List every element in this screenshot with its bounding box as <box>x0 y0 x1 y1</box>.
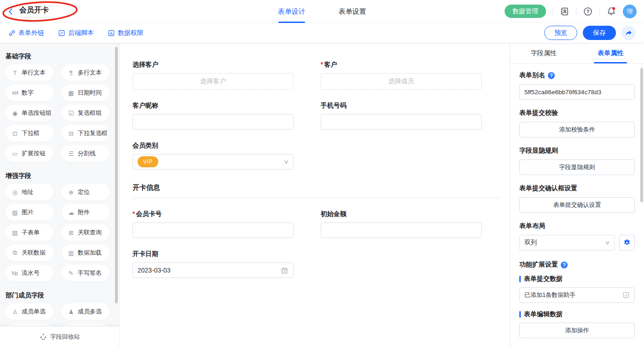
data-assistant-value: 已添加1条数据助手 <box>524 291 575 299</box>
field-type-address[interactable]: ◎地址 <box>6 184 53 200</box>
basic-fields-grid: T单行文本 ¶多行文本 123数字 ▦日期时间 ◉单选按钮组 ☑复选框组 ⊡下拉… <box>6 64 114 162</box>
submit-confirm-button[interactable]: 表单提交确认设置 <box>519 197 635 213</box>
field-type-multi-line-text[interactable]: ¶多行文本 <box>62 64 109 81</box>
field-type-number[interactable]: 123数字 <box>6 85 53 101</box>
add-validation-button[interactable]: 添加校验条件 <box>519 122 635 137</box>
tab-form-properties-label: 表单属性 <box>598 49 623 57</box>
multi-line-text-icon: ¶ <box>68 69 75 76</box>
field-type-label: 数字 <box>22 89 34 97</box>
field-type-divider[interactable]: ☰分割线 <box>62 145 109 162</box>
tab-form-settings[interactable]: 表单设置 <box>339 0 366 23</box>
field-type-attachment[interactable]: ☁附件 <box>62 204 109 221</box>
share-button[interactable] <box>621 26 636 40</box>
form-alias-input[interactable] <box>519 84 635 100</box>
contacts-icon[interactable] <box>559 6 569 17</box>
form-title[interactable]: 会员开卡 <box>19 6 49 17</box>
field-type-multi-dropdown[interactable]: ⊟下拉复选框 <box>62 125 109 142</box>
recycle-bin-label: 字段回收站 <box>50 333 80 341</box>
preview-button[interactable]: 预览 <box>544 26 577 40</box>
help-icon[interactable]: ? <box>548 72 555 79</box>
field-type-data-load[interactable]: ▥数据加载 <box>62 245 109 261</box>
divider-icon: ☰ <box>68 150 75 157</box>
back-group: 会员开卡 <box>7 6 49 17</box>
visibility-rules-button[interactable]: 字段显隐规则 <box>519 159 635 175</box>
header-right-cluster: 数据管理 ? <box>505 5 637 18</box>
sidebar-scrollbar[interactable] <box>115 47 118 303</box>
tab-form-properties[interactable]: 表单属性 <box>577 43 644 63</box>
member-single-icon: ♙ <box>12 308 18 315</box>
layout-select[interactable]: 双列 ∨ <box>519 235 615 250</box>
select-member-picker[interactable]: 选择成员 <box>321 73 482 90</box>
submit-validation-label: 表单提交校验 <box>519 109 635 117</box>
section-divider-line <box>132 198 500 198</box>
section-marker <box>519 311 521 318</box>
nickname-input[interactable] <box>132 114 293 130</box>
field-type-checkbox-group[interactable]: ☑复选框组 <box>62 105 109 121</box>
add-operation-button[interactable]: 添加操作 <box>519 323 635 338</box>
separator <box>552 8 553 15</box>
submit-confirm-label: 表单提交确认框设置 <box>519 184 635 193</box>
field-phone-number[interactable]: 手机号码 <box>321 102 482 130</box>
field-type-dropdown[interactable]: ⊡下拉框 <box>6 125 53 142</box>
tab-form-design-label: 表单设计 <box>278 7 305 16</box>
form-external-link[interactable]: 表单外链 <box>8 29 44 37</box>
properties-tabs: 字段属性 表单属性 <box>510 43 644 64</box>
form-layout-row: 双列 ∨ <box>519 235 635 250</box>
notification-bell-icon[interactable] <box>606 6 616 17</box>
field-type-radio-group[interactable]: ◉单选按钮组 <box>6 105 53 121</box>
card-number-input[interactable] <box>132 222 293 238</box>
section-card-info[interactable]: 开卡信息 <box>132 183 500 198</box>
avatar[interactable]: 理 <box>623 5 637 18</box>
field-type-related-data[interactable]: ⧉关联数据 <box>6 245 53 261</box>
field-initial-amount[interactable]: 初始金额 <box>321 210 482 238</box>
help-icon[interactable]: ? <box>561 262 568 268</box>
link-icon-label: 表单外链 <box>18 29 44 37</box>
field-select-customer[interactable]: 选择客户 选择客户 <box>132 61 293 90</box>
data-manage-button[interactable]: 数据管理 <box>505 5 546 18</box>
select-customer-picker[interactable]: 选择客户 <box>132 73 293 90</box>
field-type-location[interactable]: ⊕定位 <box>62 184 109 200</box>
field-type-label: 成员单选 <box>22 307 46 316</box>
field-type-member-single-select[interactable]: ♙成员单选 <box>6 303 53 320</box>
backend-script-link[interactable]: 后端脚本 <box>58 29 94 37</box>
field-type-image[interactable]: ▨图片 <box>6 204 53 221</box>
field-type-signature[interactable]: ✎手写签名 <box>62 265 109 281</box>
member-type-select[interactable]: VIP ∨ <box>132 154 293 170</box>
edit-pencil-icon[interactable] <box>622 291 630 299</box>
back-icon[interactable] <box>7 7 16 16</box>
help-icon[interactable]: ? <box>583 6 593 17</box>
field-type-serial-number[interactable]: №流水号 <box>6 265 53 281</box>
data-assistant-box[interactable]: 已添加1条数据助手 <box>519 287 635 303</box>
field-recycle-bin[interactable]: 字段回收站 <box>0 327 120 347</box>
field-type-member-multi-select[interactable]: ♟成员多选 <box>62 303 109 320</box>
save-button[interactable]: 保存 <box>583 26 616 40</box>
top-header: 会员开卡 表单设计 表单设置 数据管理 <box>0 0 644 23</box>
field-label: 开卡日期 <box>132 250 158 258</box>
data-permission-link[interactable]: 数据权限 <box>108 29 144 37</box>
open-date-input[interactable]: 2023-03-03 <box>132 262 293 278</box>
required-mark: * <box>132 210 135 217</box>
dropdown-icon: ⊡ <box>12 130 18 137</box>
field-type-single-line-text[interactable]: T单行文本 <box>6 64 53 81</box>
initial-amount-input[interactable] <box>321 222 482 238</box>
panel-scrollbar[interactable] <box>640 68 643 202</box>
share-icon <box>625 29 632 37</box>
field-customer[interactable]: *客户 选择成员 <box>321 61 482 90</box>
phone-input[interactable] <box>321 114 482 130</box>
field-type-subform[interactable]: ▤子表单 <box>6 224 53 241</box>
field-member-type[interactable]: 会员类别 VIP ∨ <box>132 142 293 170</box>
attachment-cloud-icon: ☁ <box>68 209 75 216</box>
separator <box>599 8 600 15</box>
extension-settings-label: 功能扩展设置 <box>519 261 558 269</box>
field-type-datetime[interactable]: ▦日期时间 <box>62 85 109 101</box>
field-card-number[interactable]: *会员卡号 <box>132 210 293 238</box>
layout-settings-button[interactable] <box>619 235 635 250</box>
field-customer-nickname[interactable]: 客户昵称 <box>132 102 293 130</box>
field-type-extend-button[interactable]: ▭扩展按钮 <box>6 145 53 162</box>
form-alias-label: 表单别名 <box>519 71 545 80</box>
field-type-related-query[interactable]: ⊞关联查询 <box>62 224 109 241</box>
visibility-rules-label: 字段显隐规则 <box>519 147 635 155</box>
tab-form-design[interactable]: 表单设计 <box>278 0 305 23</box>
field-open-date[interactable]: 开卡日期 2023-03-03 <box>132 250 293 278</box>
tab-field-properties[interactable]: 字段属性 <box>510 43 577 63</box>
